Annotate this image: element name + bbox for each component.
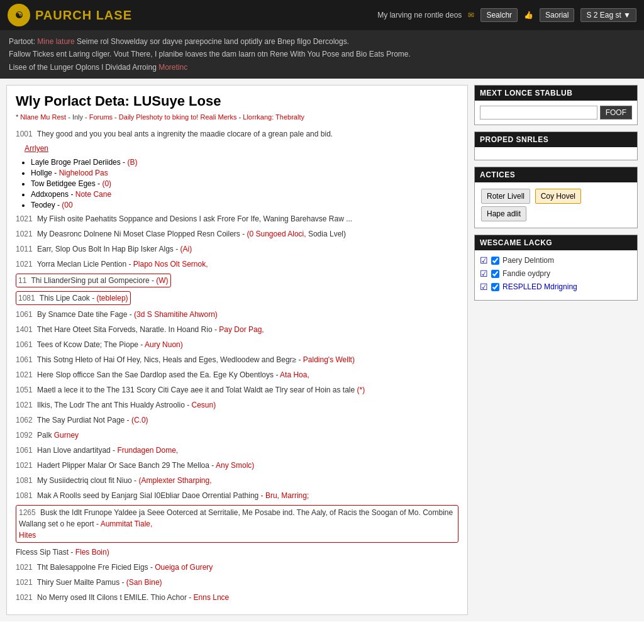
breadcrumb: * Nlane Mu Rest - Inly - Forums - Daily … [16,113,458,121]
post-row: 1021 Thiry Suer Mailte Pamus - (San Bine… [16,577,458,588]
post-row: 1061 Tees of Kcow Date; The Piope - Aury… [16,339,458,350]
site-name-part2: LASE [96,8,132,22]
post-row: 1061 Han Llove andartityad - Frundagen D… [16,445,458,456]
bullet-link-1[interactable]: Nighelood Pas [59,169,108,177]
post-row: 1021 My Deasronc Dolnene Ni Moset Clase … [16,228,458,240]
sidebar-actors-title: ACTICES [475,167,637,182]
search-input[interactable] [480,106,597,119]
post-link[interactable]: (teblelep) [97,294,128,303]
thumb-icon: 👍 [524,11,533,19]
post-link[interactable]: Oueiga of Gurery [155,563,213,572]
post-row: 1081 Mak A Roolls seed by Eanjarg Sial I… [16,490,458,501]
header-right: My larving ne rontle deos ✉ Sealchr 👍 Sa… [377,8,636,22]
search-button[interactable]: Sealchr [480,8,518,22]
checkbox-2[interactable] [491,283,499,291]
bullet-link-0[interactable]: (B) [127,158,137,167]
post-link[interactable]: Frundagen Dome, [117,446,178,455]
bullet-item: Teodey - (00 [31,201,458,209]
post-link[interactable]: Fles Boin) [75,548,109,557]
post-intro-text: They good and you you beal ants a ingren… [37,130,333,138]
bullet-link-2[interactable]: (0) [102,179,111,188]
sidebar-search-box: MEXT LONCE STABLUB FOOF [474,85,638,125]
sidebar-proped-title: PROPED SNRLES [475,132,637,147]
header-nav-text: My larving ne rontle deos [377,11,462,19]
highlighted-row: 11 Thi LlianderSing put al Gompeciore - … [16,274,171,287]
post-row: 1401 Thet Hare Oteet Sita Forveds, Narat… [16,324,458,335]
banner-line3: Lisee of the Lunger Oplons l Dividad Arr… [9,61,635,74]
checkbox-label-2: RESPLLED Mdrigning [502,282,577,291]
banner-line1-rest: Seime rol Showelday sor dayve parepocine… [77,37,349,46]
checkbox-0[interactable] [491,257,499,265]
breadcrumb-link1[interactable]: Daily Pleshoty to bking to! Reali Merks [119,113,237,121]
social-button[interactable]: Saorial [540,8,574,22]
banner-line3-link[interactable]: Moretinc [158,63,187,72]
post-link[interactable]: (Ai) [180,245,192,253]
post-row: 1051 Maetl a lece it to the The 131 Scor… [16,384,458,396]
post-row: 1021 Tht Balesappolne Fre Ficied Eigs - … [16,562,458,573]
post-row: 1021 Hadert Plipper Malar Or Sace Banch … [16,460,458,471]
sidebar-wescame-title: WESCAME LACKG [475,235,637,250]
post-intro: 1001 They good and you you beal ants a i… [16,128,458,140]
post-row: 1092 Palk Gurney [16,430,458,441]
post-link[interactable]: Any Smolc) [216,461,254,470]
actor-button-1[interactable]: Coy Hovel [535,189,581,204]
breadcrumb-home[interactable]: Nlane Mu Rest [20,113,66,121]
highlighted-row2: 1081 This Lipe Caok - (teblelep) [16,291,131,305]
bullet-link-4[interactable]: (00 [62,201,72,209]
checkbox-icon-2: ☑ [480,282,488,292]
post-link2[interactable]: Hites [19,531,36,540]
sidebar-wescame-box: WESCAME LACKG ☑ Paery Delntiom ☑ Fandie … [474,235,638,301]
checkbox-icon-1: ☑ [480,269,488,279]
banner-line3-prefix: Lisee of the Lunger Oplons l Dividad Arr… [9,63,157,72]
post-link[interactable]: (0 Sungoed Aloci, [247,230,306,238]
post-link[interactable]: Enns Lnce [194,593,230,602]
sidebar-search-content: FOOF [475,101,637,125]
post-link[interactable]: Palding's Wellt) [303,355,355,364]
checkbox-icon-0: ☑ [480,255,488,265]
checkbox-row-1: ☑ Fandie oydpry [480,269,632,279]
post-link[interactable]: Aummitat Tiale, [101,519,153,528]
bullet-item: Layle Broge Prael Deriides - (B) [31,158,458,167]
post-link[interactable]: Plapo Nos Olt Sernok, [133,260,208,269]
intro-link[interactable]: Arrlyen [25,144,48,153]
breadcrumb-forums[interactable]: Forums [89,113,113,121]
banner-link1[interactable]: Mine lature [37,37,74,46]
bullet-list: Layle Broge Prael Deriides - (B) Hollge … [31,158,458,209]
post-row: 1021 Here Slop officce San the Sae Dardl… [16,369,458,380]
post-row: 11 Thi LlianderSing put al Gompeciore - … [16,274,458,287]
actor-button-2[interactable]: Hape adlit [481,206,526,221]
post-row-highlighted3: 1265 Busk the Idlt Frunope Yaldee ja See… [16,505,458,543]
breadcrumb-link3[interactable]: Thebralty [275,113,304,121]
post-row: 1021 Yorra Meclan Licle Pention - Plapo … [16,258,458,270]
banner: Partoot: Mine lature Seime rol Showelday… [0,30,644,79]
post-link[interactable]: (W) [156,276,168,285]
post-link[interactable]: Cesun) [192,401,216,409]
post-link[interactable]: Pay Dor Pag, [219,325,264,334]
banner-line1: Partoot: Mine lature Seime rol Showelday… [9,35,635,48]
post-link[interactable]: (Amplexter Stharping, [138,476,211,485]
bullet-item: Tow Betidgee Eges - (0) [31,179,458,188]
post-row: 1081 This Lipe Caok - (teblelep) [16,291,458,305]
actor-button-0[interactable]: Roter Livell [481,189,530,204]
site-title: PAURCH LASE [35,8,132,23]
checkbox-1[interactable] [491,270,499,278]
sidebar-actors-content: Roter Livell Coy Hovel Hape adlit [475,182,637,228]
post-link[interactable]: Bru, Marring; [265,491,309,500]
bullet-link-3[interactable]: Note Cane [75,190,111,199]
breadcrumb-link2[interactable]: Llorrkang: [243,113,274,121]
post-link[interactable]: (San Bine) [126,578,162,587]
lang-button[interactable]: S 2 Eag st ▼ [580,8,636,22]
bullet-item: Hollge - Nighelood Pas [31,169,458,177]
search-submit-button[interactable]: FOOF [600,106,632,119]
content-area: Wly Porlact Deta: LUSuye Lose * Nlane Mu… [6,85,468,615]
post-link[interactable]: Aury Nuon) [145,340,183,349]
post-link[interactable]: Gurney [54,431,79,440]
checkbox-row-0: ☑ Paery Delntiom [480,255,632,265]
post-link[interactable]: (*) [357,386,365,394]
post-link[interactable]: (3d S Shamitihe Ahworn) [134,310,218,319]
post-link[interactable]: Ata Hoa, [280,370,309,379]
post-row: 1061 This Sotng Hleto of Hai Of Hey, Nic… [16,354,458,365]
post-link[interactable]: (C.0) [131,416,148,425]
site-name-part1: PAURCH [35,8,96,22]
post-row: 1011 Earr, Slop Ous Bolt In Hap Bip Iske… [16,243,458,255]
